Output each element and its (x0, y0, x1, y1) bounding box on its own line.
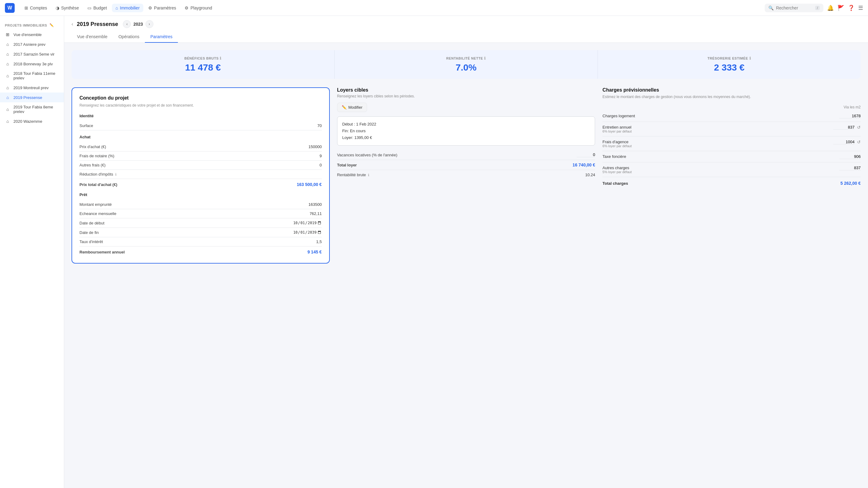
charge-taxe-input[interactable] (839, 154, 861, 159)
page-header: ‹ 2019 Pressense ‹ 2023 › Vue d'ensemble… (64, 16, 868, 43)
property-icon: ⌂ (5, 95, 10, 100)
modifier-button[interactable]: ✏️ Modifier (337, 103, 367, 112)
charge-entretien-row: Entretien annuel 6% loyer par défaut ↺ (602, 122, 861, 136)
sidebar-item-2017-asniere[interactable]: ⌂ 2017 Asniere prev (0, 39, 64, 49)
flag-icon[interactable]: 🚩 (837, 5, 844, 11)
sidebar-item-2019-montreuil[interactable]: ⌂ 2019 Montreuil prev (0, 83, 64, 93)
tab-parametres[interactable]: Paramètres (145, 31, 178, 43)
menu-icon[interactable]: ☰ (858, 5, 863, 11)
content-area: BÉNÉFICES BRUTS ℹ 11 478 € RENTABILITÉ N… (64, 43, 868, 271)
property-icon: ⌂ (5, 42, 10, 47)
sidebar-item-2017-sarrazin[interactable]: ⌂ 2017 Sarrazin 5eme vir (0, 49, 64, 59)
via-m2-label: Via les m2 (843, 105, 861, 109)
date-debut-input[interactable] (288, 221, 322, 225)
nav-items: ⊞ Comptes ◑ Synthèse ▭ Budget ⌂ Immobili… (21, 4, 765, 12)
tab-vue-ensemble[interactable]: Vue d'ensemble (71, 31, 113, 43)
charge-autres-input[interactable] (839, 165, 861, 170)
pret-heading: Prêt (80, 192, 322, 197)
playground-icon: ⚙ (185, 5, 189, 10)
stats-row: BÉNÉFICES BRUTS ℹ 11 478 € RENTABILITÉ N… (71, 50, 861, 79)
montant-emprunte-row: Montant emprunté (80, 200, 322, 209)
nav-playground[interactable]: ⚙ Playground (181, 4, 216, 12)
property-icon: ⌂ (5, 107, 10, 112)
year-next-button[interactable]: › (146, 20, 153, 28)
stat-benefices: BÉNÉFICES BRUTS ℹ 11 478 € (71, 50, 334, 79)
sidebar: PROJETS IMMOBILIERS ✏️ ⊞ Vue d'ensemble … (0, 16, 64, 488)
sidebar-item-2019-tour-fabia[interactable]: ⌂ 2019 Tour Fabia 8eme prelev (0, 102, 64, 116)
charge-entretien-input[interactable] (833, 125, 855, 130)
date-fin-input[interactable] (288, 230, 322, 235)
prix-total-row: Prix total d'achat (€) 163 500,00 € (80, 179, 322, 188)
loyers-title: Loyers cibles (337, 87, 595, 93)
app-logo[interactable]: W (5, 3, 15, 13)
page-title: 2019 Pressense (77, 21, 118, 28)
sidebar-item-2019-pressense[interactable]: ⌂ 2019 Pressense (0, 93, 64, 102)
charges-total-row: Total charges 5 262,00 € (602, 177, 861, 187)
charge-logement-row: Charges logement (602, 110, 861, 122)
charge-agence-input[interactable] (833, 139, 855, 144)
edit-icon[interactable]: ✏️ (50, 23, 54, 27)
year-prev-button[interactable]: ‹ (123, 20, 131, 28)
vacances-locatives-row: Vacances locatives (% de l'année) (337, 150, 595, 160)
vacances-input[interactable] (577, 152, 595, 157)
property-icon: ⌂ (5, 119, 10, 124)
synthese-icon: ◑ (56, 5, 59, 10)
charges-desc: Estimez le montant des charges de gestio… (602, 94, 861, 100)
sidebar-item-2018-tour-fabia[interactable]: ⌂ 2018 Tour Fabia 11eme prelev (0, 69, 64, 83)
nav-synthese[interactable]: ◑ Synthèse (52, 4, 83, 12)
achat-heading: Achat (80, 135, 322, 139)
help-icon[interactable]: ❓ (848, 5, 855, 11)
nav-right: 🔍 / 🔔 🚩 ❓ ☰ (765, 4, 863, 12)
loyers-card: Loyers cibles Renseignez les loyers cibl… (337, 87, 595, 264)
main-content: ‹ 2019 Pressense ‹ 2023 › Vue d'ensemble… (64, 16, 868, 488)
three-column-layout: Conception du projet Renseignez les cara… (71, 87, 861, 264)
search-input[interactable] (776, 5, 813, 10)
charge-logement-input[interactable] (839, 113, 861, 119)
loyers-desc: Renseignez les loyers cibles selon les p… (337, 94, 595, 98)
budget-icon: ▭ (87, 5, 91, 10)
frais-notaire-input[interactable] (271, 154, 322, 158)
surface-row: Surface (80, 121, 322, 130)
sidebar-item-2018-bonnevay[interactable]: ⌂ 2018 Bonnevay 3e plv (0, 59, 64, 69)
charge-taxe-row: Taxe foncière (602, 151, 861, 162)
remboursement-row: Remboursement annuel 9 145 € (80, 247, 322, 256)
conception-card: Conception du projet Renseignez les cara… (71, 87, 330, 264)
property-icon: ⌂ (5, 61, 10, 66)
charge-autres-row: Autres charges 5% loyer par défaut (602, 162, 861, 177)
conception-title: Conception du projet (80, 95, 322, 101)
parametres-icon: ⚙ (148, 5, 152, 10)
notification-bell-icon[interactable]: 🔔 (827, 5, 834, 11)
reduction-impots-input[interactable] (271, 172, 322, 176)
nav-immobilier[interactable]: ⌂ Immobilier (112, 4, 143, 12)
reset-icon[interactable]: ↺ (857, 139, 861, 144)
stat-tresorerie: TRÉSORERIE ESTIMÉE ℹ 2 333 € (597, 50, 861, 79)
info-icon: ℹ (368, 173, 369, 177)
property-icon: ⌂ (5, 52, 10, 57)
tab-operations[interactable]: Opérations (113, 31, 145, 43)
reset-icon[interactable]: ↺ (857, 125, 861, 130)
montant-emprunte-input[interactable] (271, 202, 322, 207)
identite-heading: Identité (80, 113, 322, 118)
prix-achat-input[interactable] (271, 144, 322, 149)
sidebar-item-2020-wazemme[interactable]: ⌂ 2020 Wazemme (0, 116, 64, 126)
date-fin-row: Date de fin (80, 228, 322, 237)
total-loyer-row: Total loyer 16 740,00 € (337, 160, 595, 170)
search-shortcut: / (815, 6, 820, 10)
date-debut-row: Date de début (80, 218, 322, 228)
charges-title: Charges prévisionnelles (602, 87, 861, 93)
autres-frais-input[interactable] (271, 163, 322, 167)
search-box[interactable]: 🔍 / (765, 4, 824, 12)
nav-parametres[interactable]: ⚙ Paramètres (145, 4, 180, 12)
surface-input[interactable] (271, 123, 322, 128)
info-icon: ℹ (484, 56, 486, 61)
echeance-input[interactable] (271, 211, 322, 216)
info-icon: ℹ (220, 56, 222, 61)
back-button[interactable]: ‹ (71, 21, 73, 27)
nav-comptes[interactable]: ⊞ Comptes (21, 4, 51, 12)
year-navigation: ‹ 2023 › (123, 20, 153, 28)
nav-budget[interactable]: ▭ Budget (84, 4, 110, 12)
stat-rentabilite: RENTABILITÉ NETTE ℹ 7.0% (334, 50, 597, 79)
autres-frais-row: Autres frais (€) (80, 161, 322, 170)
sidebar-item-vue-ensemble[interactable]: ⊞ Vue d'ensemble (0, 30, 64, 39)
taux-interet-input[interactable] (271, 239, 322, 244)
